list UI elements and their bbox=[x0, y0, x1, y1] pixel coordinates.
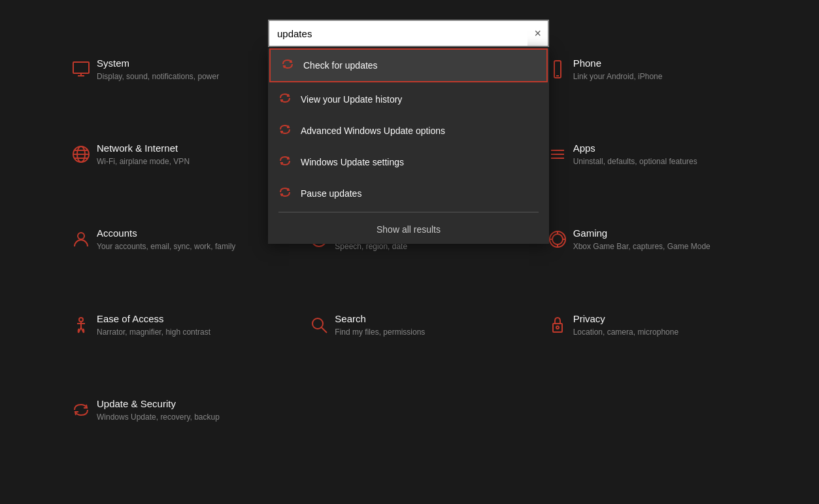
result-label-check-updates: Check for updates bbox=[303, 60, 378, 71]
result-label-update-settings: Windows Update settings bbox=[301, 157, 404, 167]
search-divider bbox=[278, 212, 539, 212]
settings-title-apps: Apps bbox=[573, 143, 697, 154]
svg-point-13 bbox=[78, 233, 84, 239]
settings-text-network: Network & InternetWi-Fi, airplane mode, … bbox=[97, 143, 190, 167]
accessibility-icon bbox=[65, 314, 97, 335]
search-result-pause-updates[interactable]: Pause updates bbox=[268, 178, 549, 209]
settings-text-system: SystemDisplay, sound, notifications, pow… bbox=[97, 58, 219, 82]
result-update-icon-4 bbox=[278, 186, 292, 201]
settings-subtitle-ease-of-access: Narrator, magnifier, high contrast bbox=[97, 327, 210, 338]
privacy-icon bbox=[542, 314, 573, 335]
settings-item-phone[interactable]: PhoneLink your Android, iPhone bbox=[529, 39, 767, 124]
svg-point-18 bbox=[552, 234, 563, 244]
svg-point-27 bbox=[556, 326, 559, 329]
svg-point-24 bbox=[312, 318, 323, 329]
settings-item-gaming[interactable]: GamingXbox Game Bar, captures, Game Mode bbox=[529, 209, 767, 294]
result-update-icon-1 bbox=[278, 92, 292, 107]
search-container: updates × bbox=[268, 20, 549, 47]
settings-title-system: System bbox=[97, 58, 219, 69]
settings-item-apps[interactable]: AppsUninstall, defaults, optional featur… bbox=[529, 124, 767, 209]
svg-point-23 bbox=[79, 318, 83, 322]
settings-subtitle-system: Display, sound, notifications, power bbox=[97, 71, 219, 82]
settings-subtitle-apps: Uninstall, defaults, optional features bbox=[573, 156, 697, 167]
search-result-update-settings[interactable]: Windows Update settings bbox=[268, 146, 549, 178]
settings-text-update-security: Update & SecurityWindows Update, recover… bbox=[97, 398, 220, 423]
svg-rect-26 bbox=[553, 324, 562, 332]
result-label-view-history: View your Update history bbox=[301, 94, 402, 105]
settings-text-apps: AppsUninstall, defaults, optional featur… bbox=[573, 143, 697, 167]
settings-item-accounts[interactable]: AccountsYour accounts, email, sync, work… bbox=[52, 209, 290, 294]
settings-text-privacy: PrivacyLocation, camera, microphone bbox=[573, 313, 678, 338]
settings-subtitle-gaming: Xbox Game Bar, captures, Game Mode bbox=[573, 241, 710, 252]
settings-title-privacy: Privacy bbox=[573, 313, 678, 324]
network-icon bbox=[65, 144, 97, 165]
search-icon bbox=[303, 314, 335, 335]
result-label-pause-updates: Pause updates bbox=[301, 188, 361, 199]
search-dropdown: Check for updates View your Update histo… bbox=[268, 48, 549, 244]
result-update-icon-0 bbox=[281, 58, 294, 73]
search-result-check-updates[interactable]: Check for updates bbox=[269, 48, 548, 82]
settings-subtitle-search: Find my files, permissions bbox=[335, 327, 425, 338]
settings-title-update-security: Update & Security bbox=[97, 398, 220, 409]
search-result-advanced-options[interactable]: Advanced Windows Update options bbox=[268, 115, 549, 146]
search-clear-button[interactable]: × bbox=[527, 21, 548, 46]
settings-text-search: SearchFind my files, permissions bbox=[335, 313, 425, 338]
search-result-view-history[interactable]: View your Update history bbox=[268, 84, 549, 115]
svg-line-25 bbox=[322, 328, 327, 333]
accounts-icon bbox=[65, 229, 97, 250]
search-overlay: updates × Check for updates View your Up… bbox=[268, 20, 549, 244]
settings-cell-empty bbox=[290, 380, 528, 465]
settings-text-ease-of-access: Ease of AccessNarrator, magnifier, high … bbox=[97, 313, 210, 338]
monitor-icon bbox=[65, 59, 97, 80]
settings-item-update-security[interactable]: Update & SecurityWindows Update, recover… bbox=[52, 380, 290, 465]
update-icon bbox=[65, 399, 97, 420]
settings-subtitle-phone: Link your Android, iPhone bbox=[573, 71, 663, 82]
settings-item-ease-of-access[interactable]: Ease of AccessNarrator, magnifier, high … bbox=[52, 295, 290, 380]
show-all-results-button[interactable]: Show all results bbox=[268, 215, 549, 244]
settings-title-ease-of-access: Ease of Access bbox=[97, 313, 210, 324]
settings-subtitle-update-security: Windows Update, recovery, backup bbox=[97, 412, 220, 423]
settings-title-search: Search bbox=[335, 313, 425, 324]
settings-cell-empty bbox=[529, 380, 767, 465]
settings-subtitle-privacy: Location, camera, microphone bbox=[573, 327, 678, 338]
settings-title-phone: Phone bbox=[573, 58, 663, 69]
settings-title-gaming: Gaming bbox=[573, 227, 710, 239]
settings-text-gaming: GamingXbox Game Bar, captures, Game Mode bbox=[573, 227, 710, 252]
settings-title-network: Network & Internet bbox=[97, 143, 190, 154]
settings-title-accounts: Accounts bbox=[97, 227, 235, 239]
search-input[interactable]: updates bbox=[269, 21, 527, 46]
settings-text-phone: PhoneLink your Android, iPhone bbox=[573, 58, 663, 82]
settings-subtitle-network: Wi-Fi, airplane mode, VPN bbox=[97, 156, 190, 167]
settings-subtitle-accounts: Your accounts, email, sync, work, family bbox=[97, 241, 235, 252]
settings-item-search[interactable]: SearchFind my files, permissions bbox=[290, 295, 528, 380]
svg-rect-0 bbox=[73, 62, 89, 73]
settings-item-system[interactable]: SystemDisplay, sound, notifications, pow… bbox=[52, 39, 290, 124]
result-update-icon-3 bbox=[278, 154, 292, 170]
result-update-icon-2 bbox=[278, 123, 292, 139]
settings-item-privacy[interactable]: PrivacyLocation, camera, microphone bbox=[529, 295, 767, 380]
settings-item-network[interactable]: Network & InternetWi-Fi, airplane mode, … bbox=[52, 124, 290, 209]
settings-text-accounts: AccountsYour accounts, email, sync, work… bbox=[97, 227, 235, 252]
result-label-advanced-options: Advanced Windows Update options bbox=[301, 126, 445, 136]
